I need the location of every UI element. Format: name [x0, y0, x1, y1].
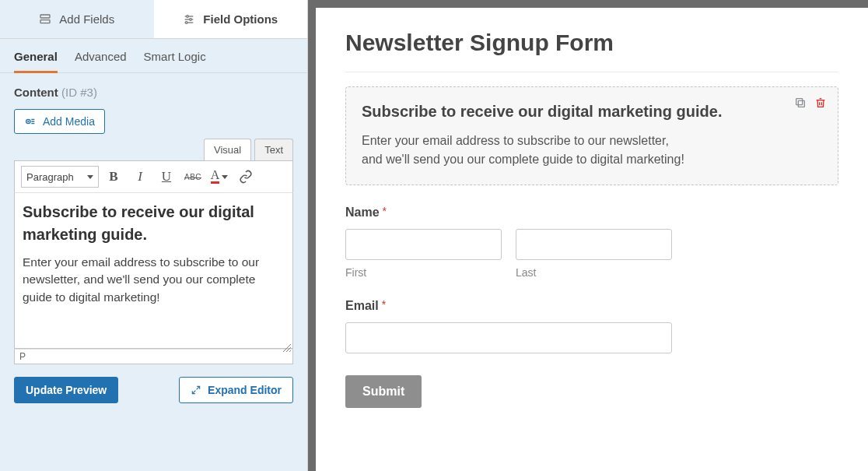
format-select-value: Paragraph	[26, 171, 74, 183]
block-heading: Subscribe to receive our digital marketi…	[362, 101, 751, 122]
expand-editor-button[interactable]: Expand Editor	[179, 377, 293, 403]
svg-point-5	[190, 18, 192, 20]
editor-heading[interactable]: Subscribe to receive our digital marketi…	[23, 201, 285, 246]
preview-surface: Newsletter Signup Form Subscribe to rece…	[316, 8, 868, 471]
block-actions	[794, 97, 827, 109]
svg-rect-9	[798, 100, 804, 107]
editor-tab-visual[interactable]: Visual	[204, 139, 251, 160]
subtab-smart-logic[interactable]: Smart Logic	[144, 50, 206, 72]
duplicate-icon[interactable]	[794, 97, 807, 109]
editor-toolbar: Paragraph B I U ABC A	[14, 160, 293, 193]
underline-button[interactable]: U	[155, 166, 178, 188]
panel-body: Content (ID #3) Add Media Visual Text Pa…	[0, 73, 307, 471]
last-name-input[interactable]	[516, 229, 672, 260]
top-tabs: Add Fields Field Options	[0, 0, 307, 39]
first-name-input[interactable]	[345, 229, 502, 260]
svg-rect-1	[40, 19, 50, 23]
trash-icon[interactable]	[814, 97, 827, 109]
chevron-down-icon	[87, 175, 93, 179]
tab-field-options-label: Field Options	[203, 12, 278, 26]
editor-path: P	[14, 349, 293, 364]
tab-field-options[interactable]: Field Options	[154, 0, 308, 39]
italic-button[interactable]: I	[128, 166, 152, 188]
content-field-block[interactable]: Subscribe to receive our digital marketi…	[345, 86, 838, 185]
svg-rect-10	[796, 99, 803, 105]
email-label: Email	[345, 299, 379, 312]
add-media-button[interactable]: Add Media	[14, 109, 105, 134]
link-icon	[239, 170, 253, 184]
text-color-button[interactable]: A	[208, 166, 231, 188]
resize-handle-icon[interactable]	[283, 339, 291, 346]
format-select[interactable]: Paragraph	[21, 166, 99, 188]
content-editor[interactable]: Subscribe to receive our digital marketi…	[14, 193, 293, 349]
strikethrough-button[interactable]: ABC	[181, 166, 205, 188]
editor-mode-tabs: Visual Text	[14, 139, 293, 160]
expand-icon	[191, 385, 201, 395]
sliders-icon	[183, 13, 195, 26]
expand-editor-label: Expand Editor	[208, 384, 282, 396]
svg-point-3	[187, 15, 189, 17]
subtab-advanced[interactable]: Advanced	[75, 50, 127, 72]
svg-point-7	[186, 21, 188, 23]
update-preview-button[interactable]: Update Preview	[14, 377, 118, 403]
block-paragraph: Enter your email address to subscribe to…	[362, 132, 688, 169]
editor-tab-text[interactable]: Text	[254, 139, 293, 160]
required-marker: *	[383, 205, 387, 217]
email-input[interactable]	[345, 322, 672, 353]
svg-rect-0	[40, 15, 50, 18]
media-icon	[24, 115, 37, 128]
preview-pane: Newsletter Signup Form Subscribe to rece…	[308, 0, 868, 471]
tab-add-fields-label: Add Fields	[59, 12, 114, 26]
content-id: (ID #3)	[61, 86, 97, 99]
subtab-general[interactable]: General	[14, 50, 58, 73]
chevron-down-icon	[222, 175, 228, 179]
form-title: Newsletter Signup Form	[345, 30, 838, 56]
tab-add-fields[interactable]: Add Fields	[0, 0, 154, 39]
bold-button[interactable]: B	[102, 166, 125, 188]
link-button[interactable]	[234, 166, 257, 188]
sub-tabs: General Advanced Smart Logic	[0, 39, 307, 73]
add-media-label: Add Media	[43, 115, 95, 128]
name-field: Name* First Last	[345, 206, 838, 279]
name-label: Name	[345, 206, 380, 219]
divider	[345, 72, 838, 72]
email-field: Email*	[345, 299, 838, 353]
fields-icon	[39, 13, 51, 26]
submit-button[interactable]: Submit	[345, 375, 422, 408]
required-marker: *	[382, 298, 386, 311]
editor-paragraph[interactable]: Enter your email address to subscribe to…	[23, 254, 285, 306]
last-sublabel: Last	[516, 266, 672, 279]
first-sublabel: First	[345, 266, 502, 279]
sidebar: Add Fields Field Options General Advance…	[0, 0, 308, 471]
content-label: Content	[14, 86, 58, 99]
